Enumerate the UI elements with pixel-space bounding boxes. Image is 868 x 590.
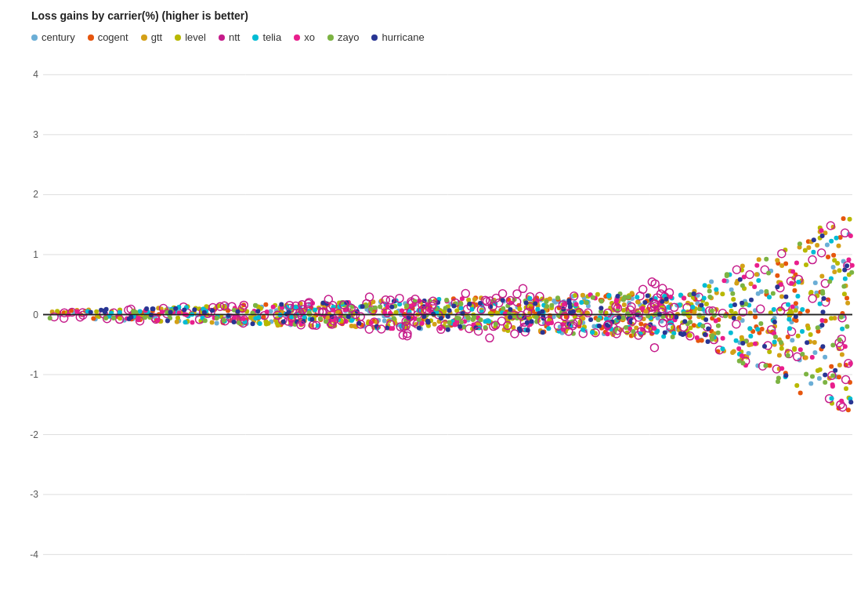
legend-item-century: century	[31, 31, 75, 43]
legend-label-cogent: cogent	[98, 31, 128, 43]
chart-legend: centurycogentgttlevelnttteliaxozayohurri…	[31, 31, 854, 43]
legend-item-ntt: ntt	[219, 31, 240, 43]
legend-label-gtt: gtt	[151, 31, 162, 43]
legend-item-xo: xo	[294, 31, 315, 43]
legend-dot-level	[175, 34, 181, 41]
legend-label-century: century	[42, 31, 75, 43]
legend-dot-zayo	[327, 34, 334, 41]
legend-label-level: level	[185, 31, 206, 43]
legend-label-telia: telia	[262, 31, 281, 43]
legend-dot-cogent	[88, 34, 94, 41]
legend-label-ntt: ntt	[229, 31, 240, 43]
legend-item-hurricane: hurricane	[371, 31, 424, 43]
legend-dot-telia	[252, 34, 259, 41]
chart-container: Loss gains by carrier(%) (higher is bett…	[0, 0, 868, 590]
legend-dot-gtt	[141, 34, 147, 41]
legend-dot-century	[31, 34, 38, 41]
legend-dot-xo	[294, 34, 300, 41]
legend-label-xo: xo	[304, 31, 315, 43]
legend-item-telia: telia	[252, 31, 281, 43]
legend-item-gtt: gtt	[141, 31, 162, 43]
legend-label-hurricane: hurricane	[382, 31, 424, 43]
legend-dot-ntt	[219, 34, 225, 41]
legend-item-zayo: zayo	[327, 31, 359, 43]
chart-title: Loss gains by carrier(%) (higher is bett…	[31, 9, 248, 22]
legend-item-cogent: cogent	[88, 31, 128, 43]
legend-label-zayo: zayo	[338, 31, 359, 43]
legend-dot-hurricane	[371, 34, 378, 41]
legend-item-level: level	[175, 31, 206, 43]
